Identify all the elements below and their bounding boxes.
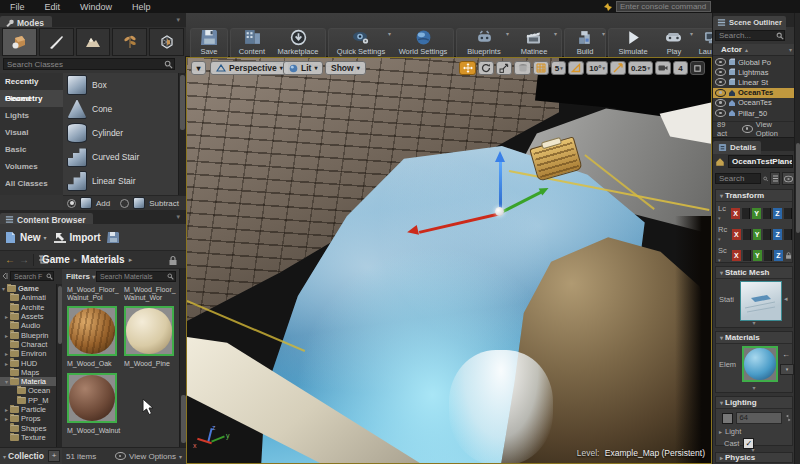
tab-details[interactable]: Details [713, 141, 761, 154]
folder-pp-m[interactable]: PP_M [0, 396, 56, 405]
asset-thumbnail-walnut[interactable] [67, 373, 117, 423]
panel-menu-arrow-icon[interactable]: ▾ [176, 213, 180, 221]
asset-name-pine[interactable]: M_Wood_Pine [124, 360, 179, 369]
asset-name-walnut[interactable]: M_Wood_Walnut [67, 427, 123, 444]
list-item-curved-stair[interactable]: Curved Stair [63, 145, 178, 169]
outliner-filter-icon[interactable]: ▾ [789, 46, 792, 53]
list-item-cone[interactable]: Cone [63, 97, 178, 121]
actor-name-field[interactable]: OceanTestPlane [728, 155, 793, 168]
spinner-left-icon[interactable]: ◂ [784, 295, 788, 303]
mode-paint-button[interactable] [39, 28, 74, 56]
play-button[interactable]: ▾ Play [656, 29, 692, 56]
outliner-row-linearstair[interactable]: Linear St [713, 77, 795, 87]
asset-name-walnut-worn[interactable]: M_Wood_Floor_Walnut_Wor [124, 286, 179, 303]
category-geometry[interactable]: Geometry [0, 90, 63, 107]
rotation-label[interactable]: Rc ▾ [718, 225, 730, 243]
asset-name-walnut-polished[interactable]: M_Wood_Floor_Walnut_Pol [67, 286, 123, 303]
scale-snap-value[interactable]: 0.25▾ [628, 61, 653, 75]
location-y-field[interactable]: Y [752, 208, 761, 219]
location-x-field[interactable]: X [731, 208, 740, 219]
rotate-tool-button[interactable] [478, 61, 494, 75]
visibility-eye-icon[interactable] [715, 78, 726, 86]
mode-landscape-button[interactable] [76, 28, 111, 56]
menu-window[interactable]: Window [70, 2, 122, 12]
folder-shapes[interactable]: Shapes [0, 423, 56, 432]
content-button[interactable]: Content [233, 29, 271, 56]
outliner-view-options-button[interactable]: View Option [756, 120, 795, 138]
breadcrumb-game[interactable]: Game [42, 254, 70, 265]
show-flags-button[interactable]: Show ▾ [325, 61, 366, 75]
search-classes-input[interactable] [3, 58, 175, 70]
folder-environment[interactable]: ▸Environ [0, 349, 56, 358]
materials-section-header[interactable]: ▾Materials [716, 332, 792, 344]
scale-x-value[interactable] [743, 250, 751, 261]
property-matrix-icon[interactable] [770, 172, 780, 185]
scale-label[interactable]: Sc ▾ [718, 246, 730, 264]
visibility-eye-icon[interactable] [715, 99, 726, 107]
rotation-y-value[interactable] [763, 229, 771, 240]
assign-material-arrow-icon[interactable]: ← [782, 350, 790, 359]
list-item-cylinder[interactable]: Cylinder [63, 121, 178, 145]
folder-blueprint[interactable]: ▸Blueprin [0, 330, 56, 339]
lock-icon[interactable] [168, 255, 178, 266]
folder-character[interactable]: Charact [0, 340, 56, 349]
section-expand-icon[interactable]: ▾ [752, 384, 755, 391]
outliner-row-lightmass[interactable]: Lightmas [713, 67, 795, 77]
folder-particle[interactable]: ▸Particle [0, 405, 56, 414]
asset-name-oak[interactable]: M_Wood_Oak [67, 360, 123, 369]
outliner-header-row[interactable]: Actor ▴ ▾ [713, 44, 795, 56]
folder-audio[interactable]: Audio [0, 321, 56, 330]
viewport-options-button[interactable]: ▾ [191, 61, 206, 75]
collections-header[interactable]: ▾ Collectio + [0, 447, 62, 464]
category-all-classes[interactable]: All Classes [0, 175, 63, 192]
reset-value-icon[interactable] [785, 414, 792, 422]
scale-y-field[interactable]: Y [753, 250, 762, 261]
back-icon[interactable]: ← [5, 254, 15, 265]
category-recently-placed[interactable]: Recently Placed [0, 73, 63, 90]
console-command-input[interactable] [616, 1, 711, 12]
camera-speed-button[interactable] [655, 61, 671, 75]
asset-thumbnail-pine[interactable] [124, 306, 174, 356]
folder-texture[interactable]: Texture [0, 433, 56, 442]
lit-mode-button[interactable]: Lit ▾ [283, 61, 323, 75]
rotation-y-field[interactable]: Y [753, 229, 762, 240]
scale-y-value[interactable] [764, 250, 772, 261]
scale-lock-icon[interactable] [785, 251, 792, 260]
camera-speed-value[interactable]: 4 [673, 61, 688, 75]
marketplace-button[interactable]: Marketplace [273, 29, 323, 56]
visibility-eye-icon[interactable] [715, 109, 726, 117]
expand-arrow-icon[interactable]: ▸ [719, 428, 722, 435]
rotation-snap-value[interactable]: 10°▾ [586, 61, 608, 75]
rotation-z-field[interactable]: Z [773, 229, 782, 240]
category-volumes[interactable]: Volumes [0, 158, 63, 175]
rotation-z-value[interactable] [784, 229, 792, 240]
visibility-eye-icon[interactable] [715, 58, 726, 66]
coordinate-system-button[interactable] [514, 61, 531, 75]
grid-snap-value[interactable]: 5▾ [551, 61, 566, 75]
folder-ocean[interactable]: Ocean [0, 386, 56, 395]
transform-section-header[interactable]: ▾Transform [716, 190, 792, 202]
blueprints-button[interactable]: ▾ Blueprints [460, 29, 508, 56]
static-mesh-thumbnail[interactable] [740, 281, 782, 321]
lighting-section-header[interactable]: ▾Lighting [716, 397, 792, 409]
details-search-input[interactable] [715, 173, 761, 184]
category-basic[interactable]: Basic [0, 141, 63, 158]
folder-materials[interactable]: ▾Materia [0, 377, 56, 386]
visibility-eye-icon[interactable] [715, 68, 726, 76]
assets-search-input[interactable] [96, 271, 176, 282]
add-collection-icon[interactable]: + [48, 450, 60, 462]
simulate-button[interactable]: Simulate [612, 29, 654, 56]
outliner-search-input[interactable] [715, 30, 785, 41]
physics-section-header[interactable]: ▸Physics [715, 452, 793, 463]
mode-foliage-button[interactable] [112, 28, 147, 56]
save-button[interactable]: Save [192, 29, 226, 56]
rotation-x-value[interactable] [743, 229, 751, 240]
rotation-snap-toggle[interactable] [568, 61, 584, 75]
matinee-button[interactable]: ▾ Matinee [512, 29, 556, 56]
location-z-value[interactable] [784, 208, 792, 219]
folder-hud[interactable]: ▸HUD [0, 358, 56, 367]
category-lights[interactable]: Lights [0, 107, 63, 124]
outliner-row-oceantest-selected[interactable]: OceanTes [713, 88, 795, 98]
filters-button[interactable]: Filters ▾ [66, 272, 95, 281]
import-button[interactable]: Import [53, 231, 101, 244]
